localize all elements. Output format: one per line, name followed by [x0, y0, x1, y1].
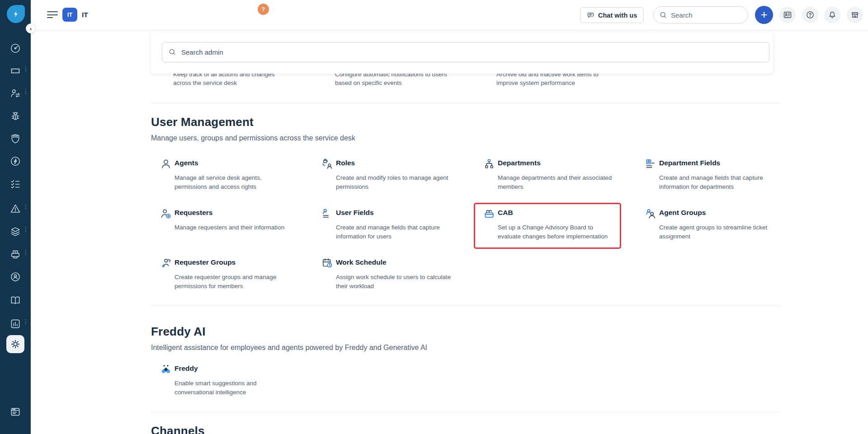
sidebar-item-knowledge-base[interactable] — [7, 292, 24, 308]
storefront-icon — [850, 10, 859, 19]
chat-with-us-label: Chat with us — [598, 12, 637, 19]
search-icon — [168, 48, 176, 58]
sidebar-item-admin-settings-active[interactable] — [6, 335, 24, 353]
card-title: Roles — [336, 159, 355, 167]
kebab-menu-icon[interactable]: ⋮ — [23, 224, 28, 235]
requester-groups-icon — [160, 257, 172, 269]
bug-icon — [9, 110, 21, 122]
kebab-menu-icon[interactable]: ⋮ — [23, 63, 28, 75]
departments-icon — [483, 158, 495, 170]
card-title: Freddy — [175, 364, 198, 373]
sidebar-item-services[interactable] — [7, 224, 24, 240]
card-title: Requester Groups — [175, 258, 236, 266]
kebab-menu-icon[interactable]: ⋮ — [23, 316, 28, 327]
sidebar-item-problems[interactable] — [7, 108, 24, 124]
card-description: Create and manage fields that capture in… — [659, 173, 776, 191]
sidebar-item-analytics[interactable] — [7, 316, 24, 332]
help-hotspot-badge[interactable]: ? — [258, 4, 269, 15]
section-subtitle-user-management: Manage users, groups and permissions acr… — [151, 134, 355, 142]
sidebar-item-alerts[interactable] — [7, 201, 24, 217]
user-fields-icon — [321, 208, 333, 219]
search-icon — [659, 11, 667, 21]
card-description: Create agent groups to streamline ticket… — [659, 223, 776, 241]
user-arrows-icon — [9, 88, 21, 99]
contact-card-icon — [783, 10, 792, 19]
quick-create-button[interactable]: + — [755, 6, 773, 24]
work-schedule-icon — [321, 257, 333, 269]
sidebar-item-print-jobs[interactable] — [7, 246, 24, 262]
card-description: Assign work schedule to users to calcula… — [336, 273, 453, 291]
freddy-icon — [160, 364, 172, 375]
card-description: Set up a Change Advisory Board to evalua… — [498, 223, 614, 241]
admin-settings-content: Keep track of all actions and changes ac… — [31, 30, 868, 434]
kebab-menu-icon[interactable]: ⋮ — [23, 85, 28, 97]
checklist-icon — [9, 178, 21, 190]
admin-search — [162, 42, 769, 62]
card-description: Manage requesters and their information — [175, 223, 291, 232]
kebab-menu-icon[interactable]: ⋮ — [23, 246, 28, 258]
user-orbit-icon — [9, 271, 21, 283]
bolt-icon — [11, 9, 21, 19]
card-title: Requesters — [175, 209, 212, 217]
topbar: IT IT ? Chat with us + — [31, 0, 868, 30]
card-title: Departments — [498, 159, 541, 167]
shield-icon — [9, 133, 21, 145]
card-title: User Fields — [336, 209, 374, 217]
card-title: Agent Groups — [659, 209, 706, 217]
section-divider — [151, 412, 781, 412]
section-title-freddy-ai: Freddy AI — [151, 325, 206, 339]
agents-icon — [160, 158, 172, 170]
marketplace-button[interactable] — [847, 7, 863, 23]
question-circle-icon — [806, 10, 815, 19]
chat-bubble-icon — [587, 11, 594, 19]
sidebar-item-dashboard[interactable] — [7, 40, 24, 56]
freshservice-logo[interactable] — [7, 5, 25, 23]
printer-icon — [9, 248, 21, 260]
sidebar-item-app-switcher[interactable] — [7, 404, 24, 420]
sidebar-item-tasks[interactable] — [7, 176, 24, 192]
help-button[interactable] — [802, 7, 818, 23]
sidebar-item-tickets[interactable] — [7, 63, 24, 79]
sidebar-item-releases[interactable] — [7, 131, 24, 147]
admin-search-input[interactable] — [162, 42, 769, 62]
section-subtitle-freddy-ai: Intelligent assistance for employees and… — [151, 344, 427, 352]
roles-icon — [321, 158, 333, 170]
book-icon — [9, 294, 21, 306]
card-description: Manage departments and their associated … — [498, 173, 614, 191]
gear-icon — [9, 338, 21, 350]
sidebar-toggle-icon[interactable] — [47, 11, 58, 19]
workspace-badge[interactable]: IT — [62, 8, 77, 22]
card-description: Create and manage fields that capture in… — [336, 223, 453, 241]
card-description: Manage all service desk agents, permissi… — [175, 173, 291, 191]
app-window-icon — [9, 406, 21, 418]
section-divider — [151, 306, 781, 306]
clipped-desc-line: across the service desk — [173, 79, 313, 87]
card-description: Create requester groups and manage permi… — [175, 273, 291, 291]
sidebar: ⋮ ⋮ ⋮ — [0, 0, 31, 434]
card-title: CAB — [498, 209, 513, 217]
sidebar-item-cmdb[interactable] — [7, 269, 24, 285]
speedometer-icon — [9, 42, 21, 54]
workspace-label: IT — [82, 11, 88, 19]
global-search-input[interactable] — [653, 6, 748, 23]
sidebar-expand-chevron[interactable]: › — [26, 23, 36, 33]
requesters-icon — [160, 208, 172, 219]
chat-with-us-button[interactable]: Chat with us — [580, 7, 644, 23]
department-fields-icon — [645, 158, 656, 170]
section-title-channels: Channels — [151, 424, 205, 434]
card-title: Work Schedule — [336, 258, 387, 266]
kebab-menu-icon[interactable]: ⋮ — [23, 201, 28, 212]
card-description: Enable smart suggestions and conversatio… — [175, 379, 278, 397]
admin-search-panel — [151, 33, 773, 74]
layers-icon — [9, 226, 21, 238]
sidebar-item-changes[interactable] — [7, 153, 24, 169]
notifications-button[interactable] — [824, 7, 840, 23]
contact-card-button[interactable] — [779, 7, 796, 23]
card-title: Agents — [175, 159, 198, 167]
section-divider — [151, 103, 781, 103]
global-search — [653, 6, 748, 23]
clipped-desc-line: improve system performance — [496, 79, 637, 87]
clipped-desc-line: based on specific events — [335, 79, 475, 87]
ticket-icon — [9, 65, 21, 77]
sidebar-item-user-transfers[interactable] — [7, 85, 24, 102]
